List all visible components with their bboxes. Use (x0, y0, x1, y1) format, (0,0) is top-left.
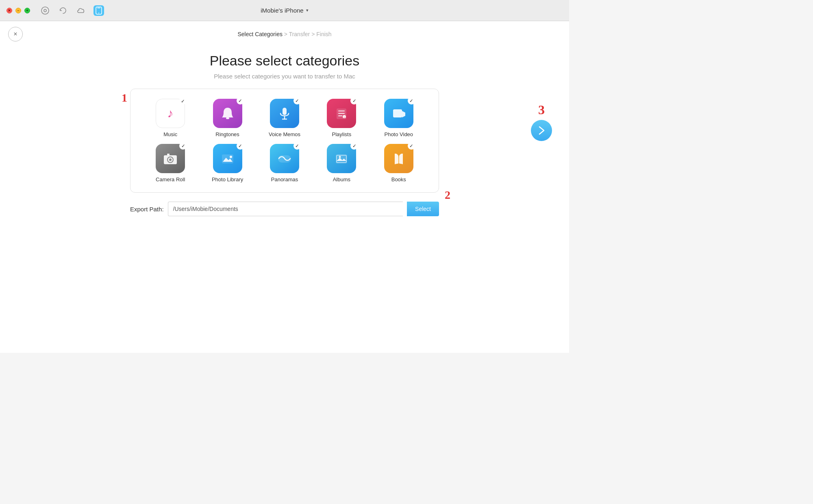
category-item-photo-video[interactable]: Photo Video (372, 99, 426, 137)
camera-roll-check (179, 142, 187, 150)
annotation-2: 2 (445, 189, 450, 202)
category-item-voice-memos[interactable]: Voice Memos (258, 99, 311, 137)
photo-video-icon-wrapper (384, 99, 413, 128)
page-title: Please select categories (210, 53, 360, 69)
svg-text:♪: ♪ (167, 106, 174, 120)
music-icon-wrapper: ♪ (156, 99, 185, 128)
svg-rect-25 (336, 154, 347, 163)
camera-roll-label: Camera Roll (156, 176, 185, 182)
albums-icon-wrapper (327, 144, 356, 173)
category-item-books[interactable]: Books (372, 144, 426, 182)
breadcrumb-sep1: > (283, 31, 289, 37)
svg-point-20 (169, 159, 172, 161)
books-icon-wrapper (384, 144, 413, 173)
dropdown-arrow-icon: ▾ (306, 8, 309, 13)
svg-text:♪: ♪ (344, 116, 346, 119)
voice-check (293, 97, 301, 104)
breadcrumb-step1: Select Categories (237, 31, 283, 37)
playlists-check (350, 97, 358, 104)
category-item-photo-library[interactable]: Photo Library (200, 144, 254, 182)
books-label: Books (391, 176, 406, 182)
device-name-dropdown[interactable]: iMobie's iPhone ▾ (261, 7, 308, 14)
albums-check (350, 142, 358, 150)
close-button[interactable]: × (8, 27, 23, 41)
breadcrumb-sep2: > (310, 31, 316, 37)
svg-rect-6 (226, 117, 229, 119)
svg-rect-16 (393, 109, 402, 117)
select-button[interactable]: Select (407, 202, 439, 216)
photo-library-icon-wrapper (213, 144, 242, 173)
phone-icon[interactable] (93, 5, 104, 16)
top-bar: × Select Categories > Transfer > Finish (0, 21, 569, 41)
maximize-traffic-light[interactable]: + (24, 8, 30, 13)
category-item-ringtones[interactable]: Ringtones (200, 99, 254, 137)
photo-video-label: Photo Video (384, 131, 413, 137)
voice-icon-wrapper (270, 99, 299, 128)
export-label: Export Path: (130, 206, 164, 213)
export-row: Export Path: Select 2 (130, 202, 439, 216)
ringtones-icon-wrapper (213, 99, 242, 128)
camera-roll-icon-wrapper (156, 144, 185, 173)
ringtones-label: Ringtones (215, 131, 239, 137)
music-icon[interactable] (40, 5, 50, 16)
svg-rect-21 (167, 154, 170, 155)
device-name-text: iMobie's iPhone (261, 7, 303, 14)
toolbar-icons (40, 5, 104, 16)
music-label: Music (163, 131, 177, 137)
page-subtitle: Please select categories you want to tra… (210, 73, 360, 80)
books-check (408, 142, 415, 150)
export-path-input[interactable] (168, 202, 403, 216)
minimize-traffic-light[interactable]: − (15, 8, 21, 13)
breadcrumb-step2: Transfer (289, 31, 310, 37)
svg-point-3 (98, 13, 99, 13)
traffic-lights: ✕ − + (7, 8, 30, 13)
category-item-music[interactable]: ♪ Music (143, 99, 197, 137)
category-item-playlists[interactable]: ♪ Playlists (315, 99, 368, 137)
photo-library-check (237, 142, 244, 150)
category-container: 1 ♪ Music (130, 89, 439, 193)
svg-marker-17 (402, 111, 405, 117)
albums-label: Albums (333, 176, 350, 182)
panoramas-icon-wrapper (270, 144, 299, 173)
category-item-panoramas[interactable]: Panoramas (258, 144, 311, 182)
panoramas-label: Panoramas (271, 176, 298, 182)
breadcrumb-step3: Finish (316, 31, 331, 37)
svg-point-27 (339, 156, 341, 158)
photo-library-label: Photo Library (212, 176, 243, 182)
voice-label: Voice Memos (269, 131, 300, 137)
main-content: × Select Categories > Transfer > Finish … (0, 21, 569, 353)
breadcrumb: Select Categories > Transfer > Finish (237, 31, 331, 37)
cloud-icon[interactable] (76, 5, 86, 16)
titlebar: ✕ − + iM (0, 0, 569, 21)
svg-point-23 (230, 156, 232, 158)
svg-point-0 (41, 7, 49, 14)
annotation-1: 1 (122, 91, 127, 104)
annotation-3-area: 3 (531, 102, 552, 141)
ringtones-check (237, 97, 244, 104)
svg-point-1 (44, 9, 46, 12)
title-section: Please select categories Please select c… (210, 53, 360, 80)
annotation-3: 3 (531, 102, 552, 117)
refresh-icon[interactable] (58, 5, 68, 16)
svg-rect-22 (222, 154, 233, 163)
next-button[interactable] (531, 120, 552, 141)
playlists-icon-wrapper: ♪ (327, 99, 356, 128)
panoramas-check (293, 142, 301, 150)
svg-rect-7 (283, 108, 287, 115)
category-item-camera-roll[interactable]: Camera Roll (143, 144, 197, 182)
photo-video-check (408, 97, 415, 104)
category-item-albums[interactable]: Albums (315, 144, 368, 182)
close-traffic-light[interactable]: ✕ (7, 8, 12, 13)
playlists-label: Playlists (332, 131, 352, 137)
music-check (179, 98, 186, 105)
category-grid: ♪ Music Ringtones (143, 99, 426, 182)
